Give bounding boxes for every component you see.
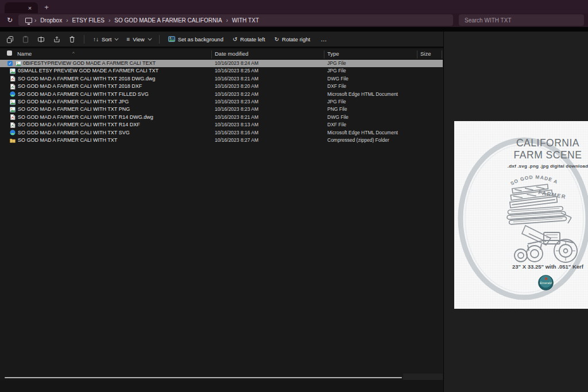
checkbox-checked-icon[interactable]: ✓ [7,61,13,66]
chevron-down-icon [115,36,119,40]
maker-logo: Emerald [538,275,554,290]
png-file-icon [10,107,16,112]
column-header-size[interactable]: Size [420,51,431,57]
file-type: JPG File [327,98,346,106]
rename-button[interactable] [33,33,49,45]
explorer-tab[interactable]: × [5,2,38,13]
file-row[interactable]: SO GOD MAD A FARMER CALI WITH TXT PNG 10… [0,106,443,113]
file-row[interactable]: SO GOD MAD A FARMER CALI WITH TXT 10/16/… [0,137,443,144]
more-options-button[interactable]: … [315,36,333,42]
file-row[interactable]: SO GOD MAD A FARMER CALI WITH TXT SVG 10… [0,129,443,137]
copy-button[interactable] [2,33,18,45]
file-type: DXF File [327,121,346,129]
search-input[interactable] [459,14,584,26]
breadcrumb-with-txt[interactable]: WITH TXT [228,17,263,24]
share-button[interactable] [49,33,64,45]
file-row[interactable]: SO GOD MAD A FARMER CALI WITH TXT JPG 10… [0,98,443,106]
sort-label: Sort [102,36,111,42]
file-name: SO GOD MAD A FARMER CALI WITH TXT R14 DW… [18,114,153,121]
breadcrumb[interactable]: › Dropbox › ETSY FILES › SO GOD MADE A F… [18,14,453,26]
rotate-left-button[interactable]: ↺ Rotate left [228,33,270,45]
new-tab-button[interactable]: + [41,3,52,12]
set-as-background-label: Set as background [178,36,223,42]
column-divider[interactable] [417,51,417,59]
logo-text: Emerald [540,281,551,285]
file-date: 10/16/2023 8:27 AM [215,137,258,144]
dwg-file-icon [10,114,16,120]
view-lines-icon: ≡ [126,36,130,42]
status-bar: d 847 KB | [0,380,443,392]
rotate-right-button[interactable]: ↻ Rotate right [270,33,315,45]
file-type: DWG File [327,114,349,121]
column-divider[interactable] [324,51,324,59]
column-header-name[interactable]: Name [17,51,32,57]
delete-button[interactable] [64,33,80,45]
sort-button[interactable]: ↑↓ Sort [88,33,122,45]
preview-title-line1: CALIFORNIA [507,137,588,149]
edge-html-file-icon [10,130,16,135]
view-button[interactable]: ≡ View [122,33,154,45]
set-as-background-button[interactable]: Set as background [164,33,228,45]
dxf-file-icon [10,122,16,128]
file-row-selected[interactable]: ✓ 0BIFESTYPREVIEW GOD MADE A FARMER CALI… [0,60,443,67]
file-explorer-window: × + ↻ › Dropbox › ETSY FILES › SO GOD MA… [0,0,588,392]
svg-text:SO GOD MADE A: SO GOD MADE A [509,174,559,186]
file-name: SO GOD MAD A FARMER CALI WITH TXT FILLED… [18,91,149,98]
file-type: DXF File [327,83,346,90]
sort-arrows-icon: ↑↓ [93,36,99,42]
close-tab-icon[interactable]: × [25,4,34,12]
select-all-checkbox[interactable] [7,51,12,56]
file-type: PNG File [327,106,347,113]
file-name: SO GOD MAD A FARMER CALI WITH TXT JPG [18,98,129,106]
edge-html-file-icon [10,91,16,97]
file-name: 0SMALL ETSY PREVIEW GOD MADE A FARMER CA… [18,67,158,75]
column-header-date-modified[interactable]: Date modified [215,51,249,57]
zip-folder-icon [10,138,16,143]
file-name: SO GOD MAD A FARMER CALI WITH TXT 2018 D… [18,83,142,90]
view-label: View [133,36,144,42]
chevron-down-icon [148,36,152,40]
jpg-file-icon [10,99,16,105]
logo-flame-icon [545,277,547,280]
divider [84,35,84,44]
column-header-type[interactable]: Type [327,51,339,57]
tractor-drawing [514,232,577,262]
copy-icon [6,36,14,43]
file-name: SO GOD MAD A FARMER CALI WITH TXT SVG [18,129,130,137]
breadcrumb-dropbox[interactable]: Dropbox [36,17,66,24]
this-pc-icon [25,18,32,23]
tab-bar: × + [0,0,588,13]
command-toolbar: ↑↓ Sort ≡ View Set as background ↺ Rotat… [0,32,443,46]
rotate-left-icon: ↺ [233,36,237,42]
file-date: 10/16/2023 8:21 AM [215,75,258,83]
horizontal-scrollbar[interactable] [5,377,402,378]
file-type: JPG File [327,67,346,75]
file-row[interactable]: SO GOD MAD A FARMER CALI WITH TXT 2018 D… [0,83,443,90]
paste-button[interactable] [18,33,33,45]
column-divider[interactable] [211,51,212,59]
arc-text: SO GOD MADE A [509,174,559,186]
file-row[interactable]: SO GOD MAD A FARMER CALI WITH TXT 2018 D… [0,75,443,83]
jpg-file-icon [10,68,16,74]
file-row[interactable]: 0SMALL ETSY PREVIEW GOD MADE A FARMER CA… [0,67,443,75]
breadcrumb-etsy-files[interactable]: ETSY FILES [68,17,109,24]
trash-icon [68,36,76,43]
file-row[interactable]: SO GOD MAD A FARMER CALI WITH TXT R14 DX… [0,121,443,129]
refresh-icon[interactable]: ↻ [4,15,16,25]
preview-dimensions: 23" X 33.25" with .051" Kerf [507,263,588,270]
file-name: SO GOD MAD A FARMER CALI WITH TXT R14 DX… [18,121,140,129]
file-date: 10/16/2023 8:16 AM [215,129,258,137]
file-date: 10/16/2023 8:23 AM [215,106,258,113]
file-date: 10/16/2023 8:25 AM [215,67,258,75]
file-type: Microsoft Edge HTML Document [327,129,398,137]
preview-image[interactable]: SO GOD MADE A FARMER [454,121,588,309]
file-name: SO GOD MAD A FARMER CALI WITH TXT [18,137,117,144]
column-divider[interactable] [442,51,442,59]
file-row[interactable]: SO GOD MAD A FARMER CALI WITH TXT R14 DW… [0,114,443,121]
file-type: Compressed (zipped) Folder [327,137,389,144]
address-bar: ↻ › Dropbox › ETSY FILES › SO GOD MADE A… [0,13,588,27]
breadcrumb-so-god-made-a-farmer-california[interactable]: SO GOD MADE A FARMER CALIFORNIA [110,17,226,24]
preview-title-line2: FARM SCENE [507,149,588,161]
jpg-file-icon [16,61,21,67]
file-row[interactable]: SO GOD MAD A FARMER CALI WITH TXT FILLED… [0,91,443,98]
